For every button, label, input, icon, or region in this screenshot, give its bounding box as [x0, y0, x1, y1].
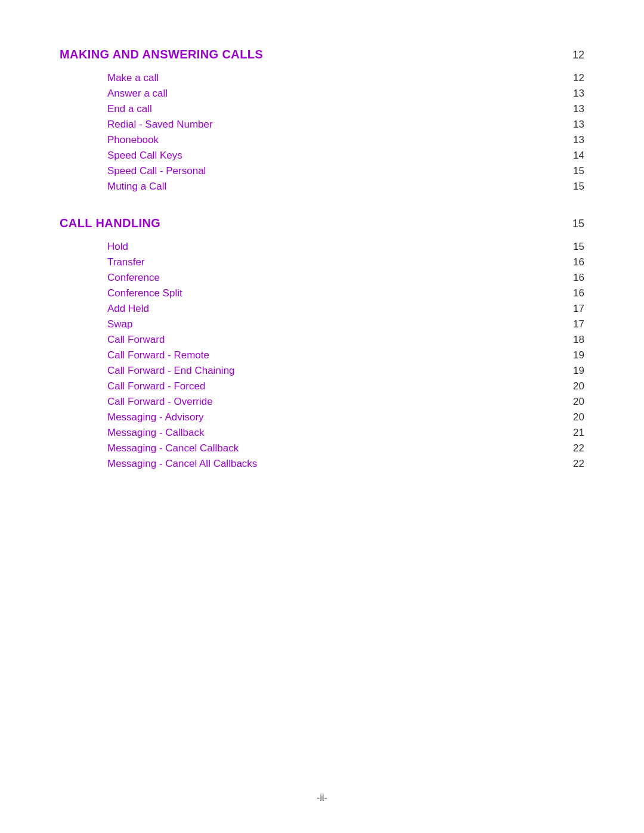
toc-entry-page: 16	[573, 272, 584, 284]
toc-entry-page: 13	[573, 88, 584, 100]
toc-entry-label[interactable]: Messaging - Cancel All Callbacks	[107, 458, 257, 470]
toc-entry-page: 13	[573, 134, 584, 146]
toc-entry-label[interactable]: Speed Call - Personal	[107, 165, 206, 177]
toc-entry-label[interactable]: Messaging - Advisory	[107, 411, 204, 423]
toc-entry: Speed Call - Personal15	[107, 165, 584, 177]
toc-entry-label[interactable]: Swap	[107, 318, 133, 330]
toc-entry-page: 21	[573, 427, 584, 439]
toc-entry-page: 13	[573, 103, 584, 115]
toc-entry: Speed Call Keys14	[107, 150, 584, 162]
toc-entry-page: 19	[573, 349, 584, 361]
toc-entry: Messaging - Cancel Callback22	[107, 442, 584, 454]
toc-entry: Transfer16	[107, 256, 584, 268]
toc-entry-page: 19	[573, 365, 584, 377]
toc-entry-page: 20	[573, 380, 584, 392]
toc-entry-page: 17	[573, 303, 584, 315]
toc-entry-page: 20	[573, 396, 584, 408]
toc-entry: Call Forward - Override20	[107, 396, 584, 408]
toc-entry: Hold15	[107, 241, 584, 253]
toc-entry: Call Forward - Remote19	[107, 349, 584, 361]
toc-entry: Call Forward - Forced20	[107, 380, 584, 392]
toc-entry-label[interactable]: Conference	[107, 272, 160, 284]
page-footer: -ii-	[0, 792, 644, 803]
toc-entry-label[interactable]: Speed Call Keys	[107, 150, 182, 162]
toc-entry: Add Held17	[107, 303, 584, 315]
toc-entry-page: 13	[573, 119, 584, 131]
toc-entry-page: 22	[573, 442, 584, 454]
toc-entry-label[interactable]: Conference Split	[107, 287, 182, 299]
toc-entry: Make a call12	[107, 72, 584, 84]
section-header-call-handling: CALL HANDLING15	[60, 216, 584, 230]
toc-entry: Call Forward - End Chaining19	[107, 365, 584, 377]
toc-entry: Messaging - Callback21	[107, 427, 584, 439]
toc-entry-page: 18	[573, 334, 584, 346]
toc-entry: Conference16	[107, 272, 584, 284]
toc-entry: End a call13	[107, 103, 584, 115]
toc-entry: Messaging - Cancel All Callbacks22	[107, 458, 584, 470]
toc-entry: Redial - Saved Number13	[107, 119, 584, 131]
toc-entries-making-answering: Make a call12Answer a call13End a call13…	[107, 72, 584, 193]
toc-entry-label[interactable]: Call Forward - Override	[107, 396, 213, 408]
section-page-call-handling: 15	[572, 218, 584, 230]
section-page-making-answering: 12	[572, 49, 584, 61]
toc-entry-page: 22	[573, 458, 584, 470]
toc-entry-page: 15	[573, 165, 584, 177]
toc-entry-label[interactable]: Call Forward - Forced	[107, 380, 205, 392]
toc-entry-page: 14	[573, 150, 584, 162]
toc-entry-label[interactable]: Call Forward	[107, 334, 165, 346]
toc-entry-label[interactable]: Messaging - Callback	[107, 427, 205, 439]
toc-entry: Messaging - Advisory20	[107, 411, 584, 423]
section-title-making-answering[interactable]: MAKING AND ANSWERING CALLS	[60, 48, 263, 61]
section-title-call-handling[interactable]: CALL HANDLING	[60, 216, 160, 230]
toc-entry-page: 15	[573, 241, 584, 253]
toc-entry-label[interactable]: Redial - Saved Number	[107, 119, 213, 131]
toc-entry-label[interactable]: Add Held	[107, 303, 149, 315]
toc-entry: Call Forward18	[107, 334, 584, 346]
toc-entry-label[interactable]: Transfer	[107, 256, 145, 268]
toc-entry-label[interactable]: Make a call	[107, 72, 159, 84]
section-call-handling: CALL HANDLING15Hold15Transfer16Conferenc…	[60, 216, 584, 470]
page: MAKING AND ANSWERING CALLS12Make a call1…	[0, 0, 644, 833]
toc-entry-page: 20	[573, 411, 584, 423]
toc-entry-page: 16	[573, 287, 584, 299]
toc-entry: Conference Split16	[107, 287, 584, 299]
toc-entry-label[interactable]: Call Forward - End Chaining	[107, 365, 235, 377]
toc-entry-page: 12	[573, 72, 584, 84]
toc-entry-page: 16	[573, 256, 584, 268]
toc-entry-label[interactable]: Phonebook	[107, 134, 159, 146]
footer-text: -ii-	[317, 792, 327, 803]
toc-entry: Answer a call13	[107, 88, 584, 100]
toc-entry-label[interactable]: Answer a call	[107, 88, 168, 100]
toc-entry-label[interactable]: Muting a Call	[107, 181, 166, 193]
toc-entry-page: 17	[573, 318, 584, 330]
section-making-answering: MAKING AND ANSWERING CALLS12Make a call1…	[60, 48, 584, 193]
toc-entry-label[interactable]: Hold	[107, 241, 128, 253]
toc-entries-call-handling: Hold15Transfer16Conference16Conference S…	[107, 241, 584, 470]
toc-entry: Muting a Call15	[107, 181, 584, 193]
toc-entry-label[interactable]: Call Forward - Remote	[107, 349, 209, 361]
toc-entry: Phonebook13	[107, 134, 584, 146]
section-header-making-answering: MAKING AND ANSWERING CALLS12	[60, 48, 584, 61]
toc-entry-label[interactable]: End a call	[107, 103, 152, 115]
toc-entry-label[interactable]: Messaging - Cancel Callback	[107, 442, 239, 454]
toc-entry-page: 15	[573, 181, 584, 193]
toc-entry: Swap17	[107, 318, 584, 330]
